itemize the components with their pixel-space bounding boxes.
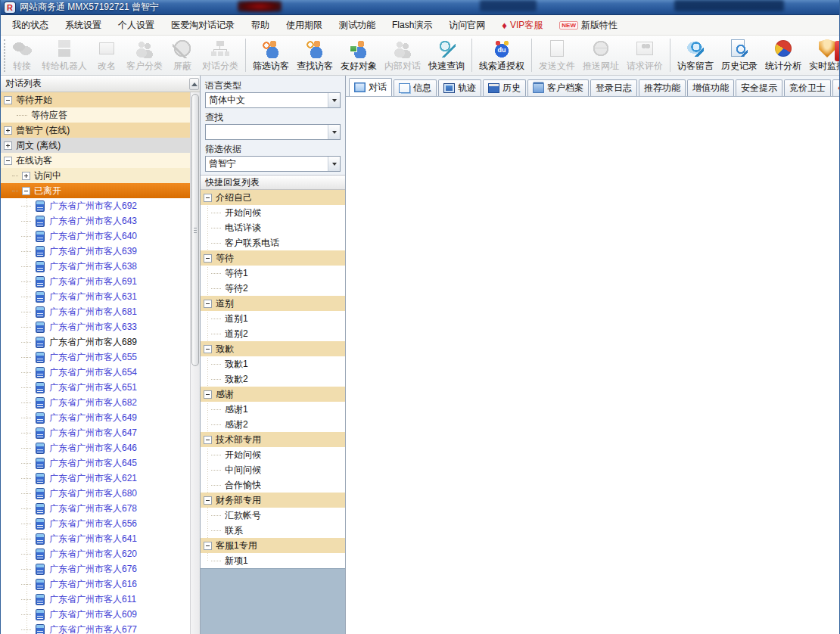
menu-item[interactable]: Flash演示 <box>384 15 440 35</box>
tree-row[interactable]: 访问中 <box>1 168 190 183</box>
collapse-icon[interactable] <box>204 254 212 263</box>
tab[interactable]: 竞价卫士 <box>784 79 831 96</box>
visitor-row[interactable]: 广东省广州市客人641 <box>1 531 200 546</box>
visitor-row[interactable]: 广东省广州市客人681 <box>1 304 200 319</box>
toolbar-button[interactable]: 快速查询 <box>425 38 468 73</box>
tab[interactable]: 登录日志 <box>590 79 637 96</box>
collapse-icon[interactable] <box>204 496 212 505</box>
visitor-row[interactable]: 广东省广州市客人638 <box>1 259 200 274</box>
quick-reply-row[interactable]: 客服1专用 <box>201 538 345 553</box>
quick-reply-row[interactable]: 等待2 <box>201 281 345 296</box>
menu-item[interactable]: 个人设置 <box>110 15 163 35</box>
visitor-row[interactable]: 广东省广州市客人676 <box>1 561 200 577</box>
toggle-icon[interactable] <box>22 172 30 180</box>
tree-row[interactable]: 等待开始 <box>1 92 190 107</box>
menu-item[interactable]: NEW 新版特性 <box>551 15 626 35</box>
tab[interactable]: ♦ VI <box>832 79 839 96</box>
quick-reply-row[interactable]: 致歉2 <box>201 371 345 387</box>
toolbar-button[interactable] <box>242 38 249 73</box>
toggle-icon[interactable] <box>4 96 12 104</box>
toolbar-button[interactable]: 转给机器人 <box>38 38 91 73</box>
toolbar-button[interactable]: 推送网址 <box>579 38 623 73</box>
toolbar-button[interactable]: 历史记录 <box>717 38 761 73</box>
collapse-icon[interactable] <box>204 194 212 202</box>
quick-reply-row[interactable]: 道别 <box>201 296 345 311</box>
collapse-icon[interactable] <box>204 542 212 550</box>
language-select[interactable]: 简体中文 <box>205 92 341 108</box>
visitor-row[interactable]: 广东省广州市客人647 <box>1 425 200 440</box>
toolbar-button[interactable]: 改名 <box>91 38 123 73</box>
quick-reply-row[interactable]: 客户联系电话 <box>201 235 345 250</box>
visitor-row[interactable]: 广东省广州市客人616 <box>1 577 200 592</box>
quick-reply-row[interactable]: 感谢2 <box>201 417 345 432</box>
collapse-icon[interactable] <box>204 345 212 353</box>
tree-row[interactable]: 曾智宁 (在线) <box>1 123 190 138</box>
toolbar-button[interactable]: 筛选访客 <box>249 38 293 73</box>
tree-row[interactable]: 已离开 <box>1 183 190 198</box>
toolbar-button[interactable]: 对话分类 <box>198 38 242 73</box>
menu-item[interactable]: 帮助 <box>243 15 278 35</box>
quick-reply-row[interactable]: 等待1 <box>201 266 345 281</box>
toolbar-button[interactable]: 内部对话 <box>381 38 425 73</box>
quick-reply-row[interactable]: 中间问候 <box>201 462 345 477</box>
visitor-row[interactable]: 广东省广州市客人677 <box>1 622 200 634</box>
filter-by-select[interactable]: 曾智宁 <box>205 156 341 172</box>
left-scrollbar-thumb[interactable] <box>191 94 199 366</box>
visitor-row[interactable]: 广东省广州市客人633 <box>1 319 200 334</box>
quick-reply-row[interactable]: 电话详谈 <box>201 220 345 235</box>
quick-reply-row[interactable]: 开始问候 <box>201 205 345 220</box>
toolbar-button[interactable] <box>528 38 535 73</box>
tab[interactable]: 轨迹 <box>438 79 481 96</box>
toolbar-button[interactable]: 线索通授权 <box>475 38 528 73</box>
visitor-row[interactable]: 广东省广州市客人682 <box>1 395 200 410</box>
toolbar-button[interactable]: 查找访客 <box>293 38 337 73</box>
visitor-row[interactable]: 广东省广州市客人621 <box>1 471 200 486</box>
tab[interactable]: 增值功能 <box>687 79 734 96</box>
menu-item[interactable]: 测试功能 <box>331 15 384 35</box>
toolbar-button[interactable] <box>468 38 475 73</box>
toolbar-button[interactable]: 友好对象 <box>337 38 381 73</box>
toggle-icon[interactable] <box>4 126 12 135</box>
menu-item[interactable]: 系统设置 <box>57 15 110 35</box>
visitor-row[interactable]: 广东省广州市客人631 <box>1 289 200 304</box>
quick-reply-row[interactable]: 道别1 <box>201 311 345 326</box>
visitor-row[interactable]: 广东省广州市客人620 <box>1 546 200 561</box>
tab[interactable]: 信息 <box>394 79 437 96</box>
quick-reply-row[interactable]: 财务部专用 <box>201 493 345 508</box>
quick-reply-row[interactable]: 道别2 <box>201 326 345 341</box>
left-scrollbar[interactable] <box>190 92 200 634</box>
menu-item[interactable]: 使用期限 <box>278 15 331 35</box>
toggle-icon[interactable] <box>22 187 30 195</box>
quick-reply-row[interactable]: 致歉1 <box>201 356 345 371</box>
tab[interactable]: 对话 <box>349 78 392 96</box>
quick-reply-row[interactable]: 等待 <box>201 250 345 266</box>
tree-row[interactable]: 等待应答 <box>1 107 190 123</box>
visitor-row[interactable]: 广东省广州市客人656 <box>1 516 200 531</box>
menu-item[interactable]: 我的状态 <box>4 15 57 35</box>
visitor-row[interactable]: 广东省广州市客人651 <box>1 380 200 395</box>
quick-reply-row[interactable]: 技术部专用 <box>201 432 345 447</box>
toolbar-button[interactable]: 请求评价 <box>623 38 667 73</box>
quick-reply-row[interactable]: 合作愉快 <box>201 477 345 493</box>
collapse-icon[interactable] <box>204 300 212 308</box>
menu-item[interactable]: 医爱淘对话记录 <box>163 15 243 35</box>
tree-row[interactable]: 周文 (离线) <box>1 138 190 153</box>
tab[interactable]: 客户档案 <box>527 79 589 96</box>
toggle-icon[interactable] <box>4 141 12 150</box>
quick-reply-row[interactable]: 感谢1 <box>201 402 345 417</box>
visitor-row[interactable]: 广东省广州市客人646 <box>1 440 200 455</box>
visitor-row[interactable]: 广东省广州市客人640 <box>1 228 200 244</box>
visitor-row[interactable]: 广东省广州市客人691 <box>1 274 200 289</box>
scroll-up-button[interactable] <box>189 78 199 90</box>
toggle-icon[interactable] <box>4 157 12 165</box>
tree-row[interactable]: 在线访客 <box>1 153 190 168</box>
quick-reply-row[interactable]: 联系 <box>201 523 345 538</box>
quick-reply-row[interactable]: 开始问候 <box>201 447 345 462</box>
visitor-row[interactable]: 广东省广州市客人680 <box>1 486 200 501</box>
chevron-down-icon[interactable] <box>328 157 340 171</box>
visitor-row[interactable]: 广东省广州市客人689 <box>1 334 200 350</box>
toolbar-button[interactable]: 屏蔽 <box>166 38 198 73</box>
collapse-icon[interactable] <box>204 436 212 444</box>
visitor-row[interactable]: 广东省广州市客人655 <box>1 350 200 365</box>
visitor-row[interactable]: 广东省广州市客人654 <box>1 365 200 380</box>
